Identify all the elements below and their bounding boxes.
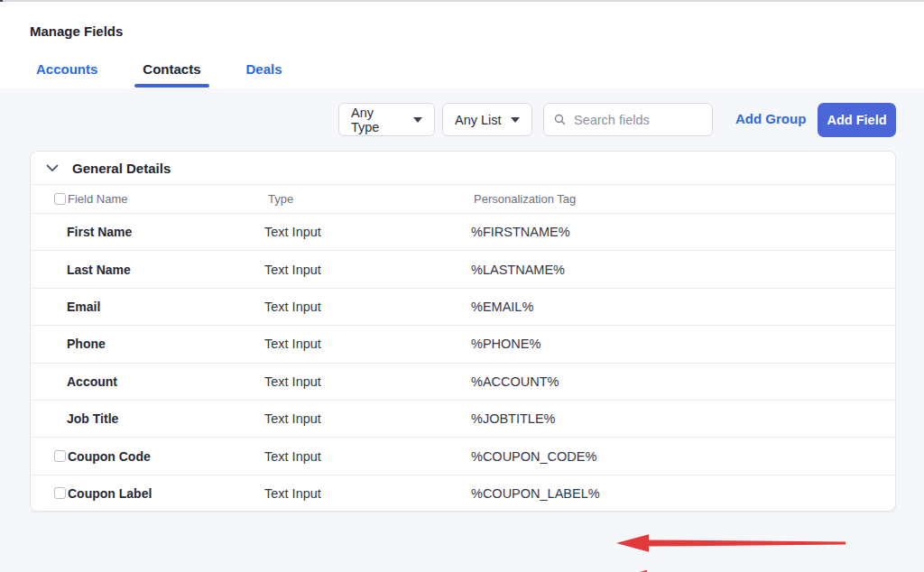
tab-deals[interactable]: Deals — [246, 61, 282, 88]
content-area: Any Type Any List Add Group Add Field Ge… — [0, 88, 924, 572]
field-name: Last Name — [67, 263, 131, 277]
personalization-tag: %FIRSTNAME% — [471, 225, 570, 239]
add-group-button[interactable]: Add Group — [735, 111, 806, 126]
tab-accounts[interactable]: Accounts — [36, 61, 97, 88]
chevron-down-icon — [46, 164, 59, 172]
active-tab-underline — [134, 84, 208, 88]
search-box[interactable] — [543, 103, 713, 136]
field-name: First Name — [67, 225, 132, 239]
field-name: Email — [67, 300, 100, 314]
type-filter-value: Any Type — [351, 106, 404, 134]
table-row-last-name[interactable]: Last Name Text Input %LASTNAME% — [31, 251, 895, 288]
table-row-coupon-label[interactable]: Coupon Label Text Input %COUPON_LABEL% — [31, 475, 895, 512]
annotation-arrow-coupon-code — [614, 532, 847, 554]
type-filter-dropdown[interactable]: Any Type — [338, 103, 435, 136]
field-type: Text Input — [264, 300, 321, 314]
field-name: Account — [67, 374, 117, 389]
list-filter-value: Any List — [455, 113, 502, 127]
field-name: Coupon Label — [68, 486, 152, 501]
personalization-tag: %PHONE% — [471, 337, 541, 351]
field-type: Text Input — [264, 411, 321, 426]
search-icon — [554, 113, 566, 126]
section-title: General Details — [72, 161, 171, 176]
field-type: Text Input — [264, 374, 321, 389]
annotation-arrow-coupon-label — [611, 563, 864, 572]
field-name: Coupon Code — [68, 449, 151, 464]
search-input[interactable] — [574, 113, 702, 127]
table-row-first-name[interactable]: First Name Text Input %FIRSTNAME% — [31, 214, 895, 251]
tab-contacts[interactable]: Contacts — [143, 61, 200, 88]
personalization-tag: %EMAIL% — [471, 300, 533, 314]
section-general-details[interactable]: General Details — [31, 152, 895, 185]
field-name: Job Title — [67, 411, 118, 426]
personalization-tag: %LASTNAME% — [471, 263, 565, 277]
table-row-job-title[interactable]: Job Title Text Input %JOBTITLE% — [31, 401, 895, 438]
tab-contacts-label: Contacts — [143, 61, 200, 77]
personalization-tag: %ACCOUNT% — [471, 374, 559, 389]
fields-card: General Details Field Name Type Personal… — [30, 151, 896, 512]
table-header-row: Field Name Type Personalization Tag — [31, 185, 895, 214]
personalization-tag: %COUPON_CODE% — [471, 449, 596, 464]
chevron-down-icon — [413, 117, 422, 123]
column-field-name: Field Name — [68, 192, 127, 206]
field-type: Text Input — [264, 337, 321, 351]
personalization-tag: %COUPON_LABEL% — [471, 486, 600, 501]
personalization-tag: %JOBTITLE% — [471, 411, 555, 426]
field-name: Phone — [67, 337, 106, 351]
column-type: Type — [268, 192, 293, 206]
column-personalization-tag: Personalization Tag — [474, 192, 576, 206]
row-checkbox[interactable] — [54, 450, 66, 462]
field-type: Text Input — [264, 225, 321, 239]
table-row-account[interactable]: Account Text Input %ACCOUNT% — [31, 364, 895, 401]
field-type: Text Input — [264, 486, 321, 501]
add-field-button[interactable]: Add Field — [818, 103, 896, 137]
row-checkbox[interactable] — [54, 487, 66, 499]
table-row-phone[interactable]: Phone Text Input %PHONE% — [31, 326, 895, 363]
list-filter-dropdown[interactable]: Any List — [442, 103, 532, 136]
page-title: Manage Fields — [30, 23, 123, 39]
table-row-coupon-code[interactable]: Coupon Code Text Input %COUPON_CODE% — [31, 438, 895, 475]
field-type: Text Input — [264, 449, 321, 464]
table-row-email[interactable]: Email Text Input %EMAIL% — [31, 289, 895, 326]
field-type: Text Input — [264, 263, 321, 277]
page-header: Manage Fields Accounts Contacts Deals — [0, 2, 924, 88]
select-all-checkbox[interactable] — [54, 193, 66, 205]
tab-bar: Accounts Contacts Deals — [36, 61, 282, 88]
chevron-down-icon — [511, 117, 520, 123]
